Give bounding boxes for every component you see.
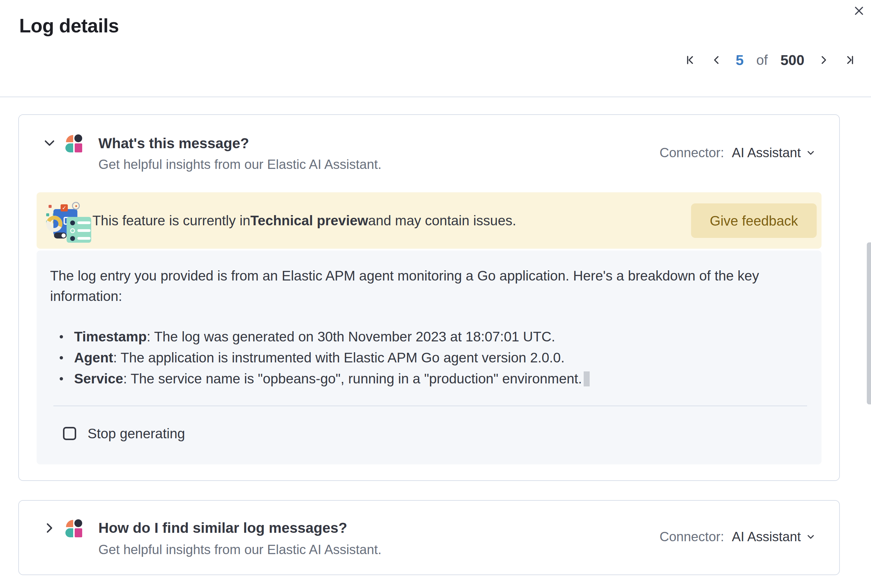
logo-quadrant bbox=[75, 528, 82, 537]
chevron-right-icon bbox=[43, 521, 56, 535]
connector-selector[interactable]: Connector: AI Assistant bbox=[660, 529, 815, 544]
total-pages: 500 bbox=[780, 52, 804, 69]
logo-quadrant bbox=[75, 144, 82, 153]
illustration-shape bbox=[77, 237, 91, 240]
bullet-text: : The service name is "opbeans-go", runn… bbox=[123, 371, 582, 386]
elastic-ai-assistant-icon bbox=[65, 519, 82, 537]
collapse-accordion-button[interactable] bbox=[42, 136, 57, 150]
close-icon bbox=[853, 5, 865, 17]
previous-page-button[interactable] bbox=[710, 53, 723, 67]
page-title: Log details bbox=[19, 14, 119, 37]
last-page-icon bbox=[844, 54, 855, 66]
last-page-button[interactable] bbox=[843, 53, 856, 67]
bullet-text: : The log was generated on 30th November… bbox=[147, 329, 555, 344]
chevron-down-icon bbox=[806, 148, 815, 157]
banner-text-segment: This feature is currently in bbox=[92, 212, 250, 229]
pagination: 5 of 500 bbox=[684, 50, 856, 70]
banner-text-bold: Technical preview bbox=[250, 212, 368, 229]
list-item: Agent: The application is instrumented w… bbox=[50, 347, 590, 368]
logo-quadrant bbox=[66, 520, 73, 527]
chevron-left-icon bbox=[711, 54, 722, 66]
connector-value: AI Assistant bbox=[732, 529, 801, 544]
stop-generating-label: Stop generating bbox=[88, 425, 185, 441]
close-button[interactable] bbox=[851, 2, 867, 19]
card-title: How do I find similar log messages? bbox=[98, 519, 347, 537]
logo-quadrant bbox=[74, 135, 82, 142]
logo-quadrant bbox=[74, 519, 82, 527]
insight-card-whats-this-message: What's this message? Get helpful insight… bbox=[18, 114, 840, 481]
illustration-shape: ✓ bbox=[61, 204, 68, 211]
banner-text-segment: and may contain issues. bbox=[368, 212, 516, 229]
illustration-shape bbox=[67, 217, 91, 243]
illustration-shape bbox=[49, 205, 52, 208]
logo-quadrant bbox=[65, 528, 73, 537]
bullet-text: : The application is instrumented with E… bbox=[113, 350, 564, 365]
connector-value: AI Assistant bbox=[732, 145, 801, 160]
header-divider bbox=[0, 97, 871, 97]
ai-answer-panel: The log entry you provided is from an El… bbox=[37, 250, 822, 464]
logo-quadrant bbox=[65, 144, 73, 153]
answer-intro: The log entry you provided is from an El… bbox=[50, 265, 782, 306]
first-page-button[interactable] bbox=[684, 53, 697, 67]
illustration-shape bbox=[70, 236, 75, 241]
stop-generating-button[interactable]: Stop generating bbox=[63, 425, 185, 442]
illustration-shape bbox=[70, 220, 75, 225]
list-item: Service: The service name is "opbeans-go… bbox=[50, 368, 590, 389]
technical-preview-text: This feature is currently in Technical p… bbox=[92, 192, 516, 249]
card-subtitle: Get helpful insights from our Elastic AI… bbox=[98, 542, 382, 557]
expand-accordion-button[interactable] bbox=[42, 521, 57, 535]
technical-preview-banner: ✓ This feature is currently in Technical… bbox=[37, 192, 822, 249]
chevron-down-icon bbox=[43, 136, 56, 150]
illustration-shape bbox=[77, 221, 91, 224]
insight-card-similar-log-messages: How do I find similar log messages? Get … bbox=[18, 500, 840, 575]
bullet-term: Timestamp bbox=[74, 329, 147, 344]
illustration-shape bbox=[54, 232, 67, 238]
answer-divider bbox=[53, 405, 807, 406]
connector-selector[interactable]: Connector: AI Assistant bbox=[660, 145, 815, 160]
illustration-shape bbox=[46, 213, 49, 216]
list-item: Timestamp: The log was generated on 30th… bbox=[50, 326, 590, 347]
technical-preview-illustration: ✓ bbox=[46, 203, 91, 238]
elastic-ai-assistant-icon bbox=[65, 135, 82, 153]
connector-label: Connector: bbox=[660, 529, 724, 544]
illustration-shape bbox=[72, 202, 80, 210]
first-page-icon bbox=[685, 54, 696, 66]
next-page-button[interactable] bbox=[817, 53, 830, 67]
log-details-flyout: Log details 5 of 500 bbox=[0, 0, 871, 588]
illustration-shape bbox=[70, 228, 75, 233]
bullet-term: Service bbox=[74, 371, 123, 386]
card-title: What's this message? bbox=[98, 135, 249, 152]
logo-quadrant bbox=[66, 135, 73, 142]
chevron-right-icon bbox=[818, 54, 829, 66]
current-page-number: 5 bbox=[736, 52, 744, 69]
bullet-term: Agent bbox=[74, 350, 113, 365]
connector-label: Connector: bbox=[660, 145, 724, 160]
chevron-down-icon bbox=[806, 532, 815, 541]
answer-bullet-list: Timestamp: The log was generated on 30th… bbox=[50, 326, 590, 389]
generation-cursor bbox=[584, 371, 590, 386]
illustration-shape bbox=[77, 229, 91, 232]
give-feedback-button[interactable]: Give feedback bbox=[691, 203, 817, 238]
pagination-of-label: of bbox=[756, 52, 768, 68]
scrollbar-thumb[interactable] bbox=[867, 242, 871, 404]
stop-icon bbox=[63, 427, 76, 440]
card-subtitle: Get helpful insights from our Elastic AI… bbox=[98, 157, 382, 172]
